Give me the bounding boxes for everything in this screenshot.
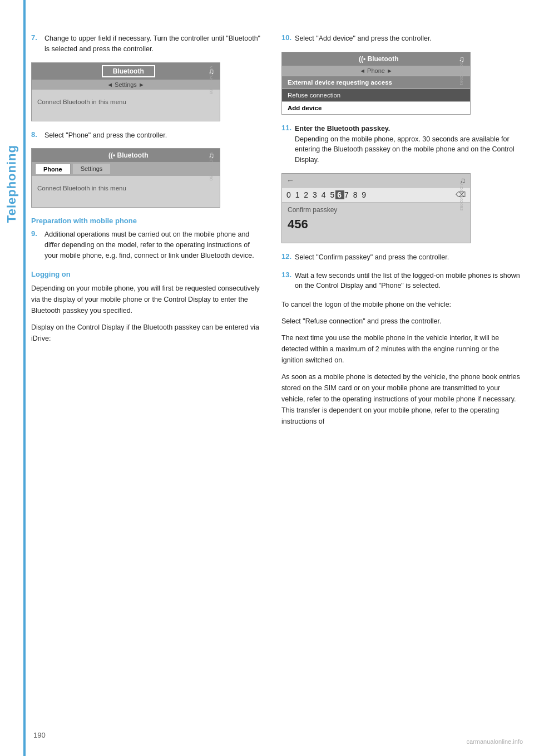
screen2-body-text: Connect Bluetooth in this menu <box>37 185 126 192</box>
step-8-text: Select "Phone" and press the controller. <box>44 130 167 141</box>
screen3-nav: ◄ Phone ► <box>359 67 393 74</box>
step-7-num: 7. <box>31 33 41 55</box>
step-10: 10. Select "Add device" and press the co… <box>281 33 523 44</box>
content-area: 7. Change to upper field if necessary. T… <box>31 33 523 433</box>
step-7-header: 7. Change to upper field if necessary. T… <box>31 33 265 55</box>
step-13-num: 13. <box>281 271 291 292</box>
watermark-3: V-DO-b/02091 <box>459 57 464 86</box>
screen1-body-text: Connect Bluetooth in this menu <box>37 99 126 105</box>
right-body-3: The next time you use the mobile phone i… <box>281 332 523 366</box>
step-10-header: 10. Select "Add device" and press the co… <box>281 33 523 44</box>
screen1-topbar: Bluetooth ♫ <box>32 63 220 80</box>
screen2-body: Connect Bluetooth in this menu <box>32 176 220 207</box>
page: Telephoning 7. Change to upper field if … <box>0 0 534 756</box>
sidebar-label: Telephoning <box>0 100 23 267</box>
screen-bluetooth-selected: Bluetooth ♫ ◄ Settings ► Connect Bluetoo… <box>31 62 220 121</box>
screen3-item2: Refuse connection <box>282 89 470 101</box>
step-7: 7. Change to upper field if necessary. T… <box>31 33 265 55</box>
digits-before: 0 1 2 3 4 5 <box>286 190 335 199</box>
step-9: 9. Additional operations must be carried… <box>31 229 265 261</box>
passkey-screen: ← ♫ 0 1 2 3 4 567 8 9 ⌫ Confirm passkey … <box>281 173 471 243</box>
page-number: 190 <box>33 731 46 739</box>
step-9-text: Additional operations must be carried ou… <box>44 229 265 261</box>
step-9-num: 9. <box>31 229 41 261</box>
screen-add-device: ((• Bluetooth ♫ ◄ Phone ► External devic… <box>281 52 471 115</box>
screen1-navbar: ◄ Settings ► <box>32 80 220 90</box>
step-9-header: 9. Additional operations must be carried… <box>31 229 265 261</box>
passkey-digits: 0 1 2 3 4 567 8 9 <box>286 190 367 199</box>
watermark-logo: carmanualonline.info <box>466 738 523 745</box>
section-preparation-heading: Preparation with mobile phone <box>31 217 265 225</box>
digits-after: 7 8 9 <box>344 190 367 199</box>
screen1-title-box: Bluetooth <box>102 65 155 77</box>
step-11-text: Enter the Bluetooth passkey. <box>295 124 523 134</box>
step-11-subtext: Depending on the mobile phone, approx. 3… <box>295 134 523 165</box>
screen2-tabbar: Phone Settings <box>32 162 220 176</box>
screen3-topbar: ((• Bluetooth ♫ <box>282 52 470 66</box>
right-column: 10. Select "Add device" and press the co… <box>281 33 523 433</box>
step-8-num: 8. <box>31 130 41 141</box>
passkey-confirm-value: 456 <box>282 215 470 243</box>
screen3-title: ((• Bluetooth <box>299 55 459 63</box>
screen3-item1: External device requesting access <box>282 76 470 89</box>
step-12: 12. Select "Confirm passkey" and press t… <box>281 252 523 263</box>
right-body-1: To cancel the logon of the mobile phone … <box>281 299 523 310</box>
screen2-title: ((• Bluetooth <box>48 151 209 159</box>
right-body-2: Select "Refuse connection" and press the… <box>281 316 523 327</box>
screen1-nav: ◄ Settings ► <box>107 81 145 88</box>
passkey-confirm-label: Confirm passkey <box>282 203 470 215</box>
screen-bluetooth-tabs: ((• Bluetooth ♫ Phone Settings Connect B… <box>31 148 220 208</box>
step-11: 11. Enter the Bluetooth passkey. Dependi… <box>281 124 523 165</box>
section-logging-heading: Logging on <box>31 270 265 278</box>
screen2-tab-settings: Settings <box>73 164 111 174</box>
body-text-2: Display on the Control Display if the Bl… <box>31 322 265 344</box>
right-body-4: As soon as a mobile phone is detected by… <box>281 371 523 427</box>
digit-highlighted: 6 <box>335 190 344 199</box>
step-12-header: 12. Select "Confirm passkey" and press t… <box>281 252 523 263</box>
watermark-1: V-DO-b/02089 <box>209 66 214 94</box>
passkey-top-bar: ← ♫ <box>282 174 470 187</box>
sidebar-label-text: Telephoning <box>4 145 19 223</box>
step-8-header: 8. Select "Phone" and press the controll… <box>31 130 265 141</box>
step-10-text: Select "Add device" and press the contro… <box>295 33 432 44</box>
left-accent-bar <box>23 0 26 756</box>
screen3-item3: Add device <box>282 101 470 114</box>
screen1-title: Bluetooth <box>48 65 209 77</box>
back-icon: ← <box>286 176 294 185</box>
step-13: 13. Wait a few seconds until the list of… <box>281 271 523 292</box>
passkey-numpad: 0 1 2 3 4 567 8 9 ⌫ <box>282 187 470 203</box>
step-10-num: 10. <box>281 33 291 44</box>
step-12-text: Select "Confirm passkey" and press the c… <box>295 252 449 263</box>
watermark-4: V-DO-b/02092 <box>459 182 464 210</box>
step-12-num: 12. <box>281 252 291 263</box>
body-text-1: Depending on your mobile phone, you will… <box>31 283 265 316</box>
step-13-header: 13. Wait a few seconds until the list of… <box>281 271 523 292</box>
watermark-2: V-DO-b/02090 <box>209 152 214 180</box>
screen3-navbar: ◄ Phone ► <box>282 66 470 76</box>
screen2-tab-phone: Phone <box>35 164 71 174</box>
step-11-num: 11. <box>281 124 291 165</box>
step-11-header: 11. Enter the Bluetooth passkey. Dependi… <box>281 124 523 165</box>
step-8: 8. Select "Phone" and press the controll… <box>31 130 265 141</box>
screen1-body: Connect Bluetooth in this menu <box>32 90 220 121</box>
left-column: 7. Change to upper field if necessary. T… <box>31 33 265 433</box>
step-13-text: Wait a few seconds until the list of the… <box>295 271 523 292</box>
screen2-topbar: ((• Bluetooth ♫ <box>32 149 220 162</box>
step-7-text: Change to upper field if necessary. Turn… <box>44 33 265 55</box>
